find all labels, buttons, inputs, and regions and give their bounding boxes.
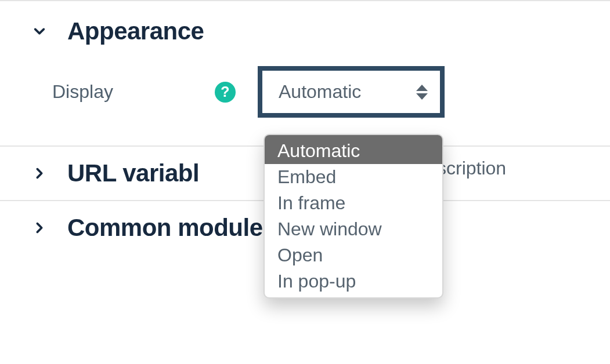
section-title: URL variabl — [67, 159, 199, 187]
description-fragment: scription — [437, 158, 506, 179]
option-new-window[interactable]: New window — [265, 216, 442, 242]
display-dropdown: Automatic Embed In frame New window Open… — [264, 134, 443, 299]
field-display: Display ? Automatic — [0, 61, 610, 118]
option-embed[interactable]: Embed — [265, 164, 442, 190]
select-caret-icon — [416, 83, 428, 101]
option-in-frame[interactable]: In frame — [265, 190, 442, 216]
section-appearance: Appearance Display ? Automatic — [0, 1, 610, 118]
option-open[interactable]: Open — [265, 242, 442, 268]
section-title: Appearance — [67, 17, 204, 45]
chevron-right-icon — [30, 164, 49, 183]
option-automatic[interactable]: Automatic — [265, 135, 442, 164]
display-select[interactable]: Automatic — [258, 66, 445, 118]
chevron-right-icon — [30, 219, 49, 237]
field-label: Display — [52, 81, 215, 103]
option-in-popup[interactable]: In pop-up — [265, 268, 442, 297]
help-icon[interactable]: ? — [215, 82, 236, 103]
chevron-down-icon — [30, 22, 49, 41]
select-value: Automatic — [279, 81, 361, 103]
section-header-appearance[interactable]: Appearance — [0, 1, 610, 61]
